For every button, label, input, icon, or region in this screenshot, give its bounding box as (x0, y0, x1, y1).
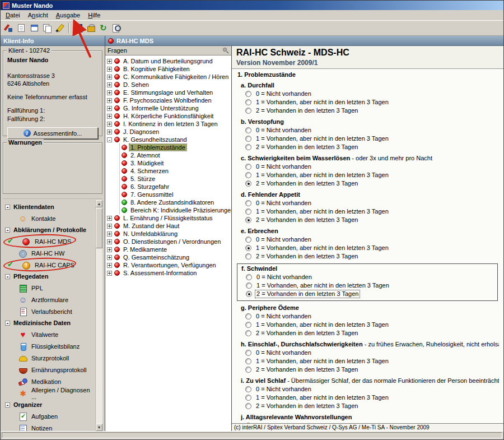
tree-node-2-atemnot[interactable]: 2. Atemnot (122, 151, 231, 159)
radio-option[interactable]: 0 = Nicht vorhanden (241, 163, 499, 171)
radio-option[interactable]: 1 = Vorhanden, aber nicht in den letzten… (241, 244, 499, 252)
expand-icon[interactable]: + (107, 271, 112, 276)
radio-unchecked-icon[interactable] (245, 253, 251, 260)
nav-item-vitalwerte[interactable]: Vitalwerte (3, 328, 95, 340)
radio-option[interactable]: 2 = Vorhanden in den letzten 3 Tagen (241, 290, 494, 298)
scroll-up-button[interactable] (96, 200, 102, 207)
collapse-icon[interactable]: - (5, 321, 10, 326)
radio-unchecked-icon[interactable] (245, 330, 251, 336)
radio-option[interactable]: 0 = Nicht vorhanden (241, 199, 499, 207)
radio-option[interactable]: 0 = Nicht vorhanden (241, 385, 499, 393)
radio-option[interactable]: 1 = Vorhanden, aber nicht in den letzten… (241, 321, 499, 329)
window-button[interactable] (28, 22, 40, 34)
radio-option[interactable]: 1 = Vorhanden, aber nicht in den letzten… (241, 281, 494, 290)
tree-node-k-gesundheitszustand[interactable]: -K. Gesundheitszustand (107, 136, 231, 143)
tree-node-bereich-k-individuelle-pr-zisierungen[interactable]: Bereich K: Individuelle Präzisierungen (122, 206, 231, 214)
expand-icon[interactable]: + (107, 224, 112, 229)
nav-item-kontakte[interactable]: Kontakte (3, 212, 95, 224)
tree-node-o-dienstleistungen-verordnungen[interactable]: +O. Dienstleistungen / Verordnungen (107, 238, 231, 246)
radio-option[interactable]: 0 = Nicht vorhanden (241, 349, 499, 357)
radio-option[interactable]: 2 = Vorhanden in den letzten 3 Tagen (241, 365, 499, 374)
pin-icon[interactable] (222, 47, 229, 54)
radio-option[interactable]: 1 = Vorhanden, aber nicht in den letzten… (241, 98, 499, 106)
radio-checked-icon[interactable] (245, 245, 251, 251)
assessment-info-button[interactable]: i Assessmentinfo... (7, 127, 98, 139)
radio-option[interactable]: 2 = Vorhanden in den letzten 3 Tagen (241, 252, 499, 261)
radio-option[interactable]: 2 = Vorhanden in den letzten 3 Tagen (241, 179, 499, 188)
tree-node-j-diagnosen[interactable]: +J. Diagnosen (107, 128, 231, 136)
radio-option[interactable]: 0 = Nicht vorhanden (241, 235, 499, 244)
expand-icon[interactable]: + (107, 239, 112, 244)
nav-section-organizer[interactable]: -Organizer (3, 399, 95, 410)
expand-icon[interactable]: + (107, 231, 112, 237)
radio-option[interactable]: 0 = Nicht vorhanden (241, 126, 499, 135)
collapse-icon[interactable]: - (5, 205, 10, 210)
radio-unchecked-icon[interactable] (245, 386, 251, 392)
nav-item-rai-hc-caps[interactable]: RAI-HC CAPS (3, 259, 95, 271)
radio-option[interactable]: 2 = Vorhanden in den letzten 3 Tagen (241, 143, 499, 151)
tree-node-b-kognitive-f-higkeiten[interactable]: +B. Kognitive Fähigkeiten (107, 65, 231, 73)
expand-icon[interactable]: + (107, 255, 112, 260)
radio-unchecked-icon[interactable] (245, 209, 251, 215)
nav-section-medizinische-daten[interactable]: -Medizinische Daten (3, 317, 95, 328)
tree-node-m-zustand-der-haut[interactable]: +M. Zustand der Haut (107, 222, 231, 230)
collapse-icon[interactable]: - (5, 402, 10, 407)
tree-node-f-psychosoziales-wohlbefinden[interactable]: +F. Psychosoziales Wohlbefinden (107, 96, 231, 104)
tree-node-q-gesamteinsch-tzung[interactable]: +Q. Gesamteinschätzung (107, 253, 231, 261)
tree-node-h-k-rperliche-funktionsf-higkeit[interactable]: +H. Körperliche Funktionsfähigkeit (107, 112, 231, 120)
tree-node-p-medikamente[interactable]: +P. Medikamente (107, 246, 231, 253)
collapse-icon[interactable]: - (5, 228, 10, 233)
expand-icon[interactable]: + (107, 247, 112, 252)
nav-item-aufgaben[interactable]: Aufgaben (3, 410, 95, 422)
radio-unchecked-icon[interactable] (245, 403, 251, 409)
menu-datei[interactable]: Datei (2, 11, 24, 19)
radio-unchecked-icon[interactable] (245, 164, 251, 170)
radio-checked-icon[interactable] (245, 180, 251, 187)
expand-icon[interactable]: + (107, 67, 112, 72)
nav-item-ern-hrungsprotokoll[interactable]: Ernährungsprotokoll (3, 364, 95, 376)
radio-checked-icon[interactable] (246, 291, 252, 297)
expand-icon[interactable]: + (107, 75, 112, 80)
nav-item-rai-hc-mds[interactable]: RAI-HC MDS (3, 235, 95, 247)
report-button[interactable] (15, 22, 27, 34)
radio-unchecked-icon[interactable] (245, 136, 251, 142)
radio-unchecked-icon[interactable] (245, 127, 251, 133)
radio-unchecked-icon[interactable] (245, 395, 251, 401)
nav-item-notizen[interactable]: Notizen (3, 422, 95, 431)
tree-node-s-assessment-information[interactable]: +S. Assessment-Information (107, 269, 231, 277)
expand-icon[interactable]: + (107, 59, 112, 64)
radio-unchecked-icon[interactable] (245, 367, 251, 373)
radio-checked-icon[interactable] (245, 217, 251, 223)
expand-icon[interactable]: + (107, 122, 112, 127)
tree-node-e-stimmungslage-und-verhalten[interactable]: +E. Stimmungslage und Verhalten (107, 89, 231, 96)
radio-unchecked-icon[interactable] (245, 322, 251, 328)
tree-node-i-kontinenz-in-den-letzten-3-tagen[interactable]: +I. Kontinenz in den letzten 3 Tagen (107, 120, 231, 128)
radio-unchecked-icon[interactable] (245, 91, 251, 97)
save-button[interactable] (72, 22, 84, 34)
pencil-button[interactable] (54, 22, 66, 34)
scrollbar-thumb[interactable] (96, 208, 102, 248)
radio-option[interactable]: 1 = Vorhanden, aber nicht in den letzten… (241, 135, 499, 143)
menu-ansicht[interactable]: Ansicht (25, 11, 52, 19)
tree-node-l-ern-hrung-fl-ssigkeitsstatus[interactable]: +L. Ernährung / Flüssigkeitsstatus (107, 214, 231, 222)
radio-option[interactable]: 2 = Vorhanden in den letzten 3 Tagen (241, 402, 499, 410)
radio-unchecked-icon[interactable] (245, 358, 251, 364)
radio-unchecked-icon[interactable] (246, 282, 252, 289)
expand-icon[interactable]: + (107, 98, 112, 103)
nav-item-ppl[interactable]: PPL (3, 282, 95, 294)
nav-item-sturzprotokoll[interactable]: Sturzprotokoll (3, 352, 95, 364)
preview-button[interactable] (110, 22, 123, 34)
brush-button[interactable] (2, 22, 15, 34)
nav-item-allergien-diagnosen[interactable]: Allergien / Diagnosen ... (3, 387, 95, 399)
radio-option[interactable]: 1 = Vorhanden, aber nicht in den letzten… (241, 207, 499, 216)
radio-option[interactable]: 2 = Vorhanden in den letzten 3 Tagen (241, 329, 499, 337)
tree-node-1-problemzust-nde[interactable]: 1. Problemzustände (122, 143, 231, 151)
menu-hilfe[interactable]: Hilfe (85, 11, 104, 19)
title-bar[interactable]: Muster Nando (1, 1, 503, 10)
tree-node-4-schmerzen[interactable]: 4. Schmerzen (122, 167, 231, 175)
radio-unchecked-icon[interactable] (245, 108, 251, 114)
radio-option[interactable]: 0 = Nicht vorhanden (241, 90, 499, 98)
radio-unchecked-icon[interactable] (245, 237, 251, 243)
tree-node-7-genussmittel[interactable]: 7. Genussmittel (122, 191, 231, 198)
tree-node-d-sehen[interactable]: +D. Sehen (107, 81, 231, 89)
